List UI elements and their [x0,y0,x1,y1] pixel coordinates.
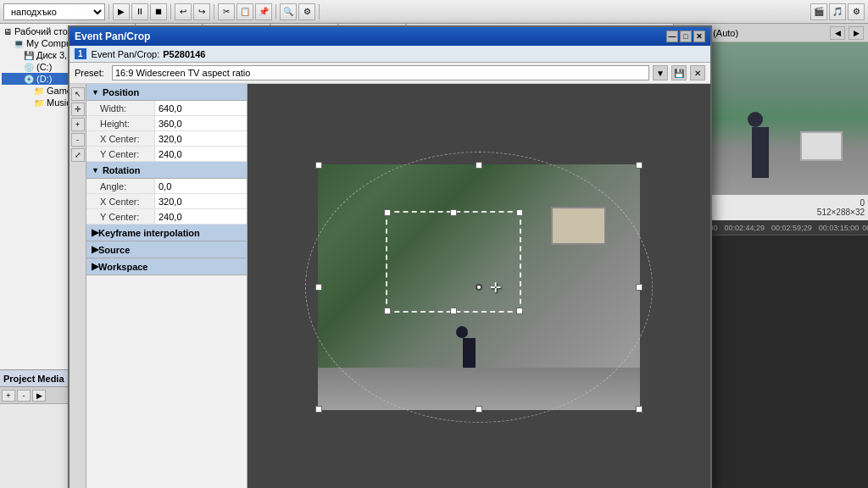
prop-rot-xcenter-label: X Center: [86,197,154,207]
canvas-handle-tr-outer[interactable] [636,162,643,169]
side-icon-move[interactable]: ✛ [71,103,85,116]
preview-billboard [800,131,843,161]
prop-rot-ycenter-value[interactable]: 240,0 [154,209,247,224]
canvas-inner: ✛ [248,84,710,488]
canvas-handle-tc[interactable] [476,162,482,169]
workspace-label: Workspace [98,262,148,272]
app-title-dropdown[interactable]: наподхъко [3,3,105,20]
d-drive-icon: 💿 [24,75,34,84]
canvas-handle-mr[interactable] [636,284,643,291]
workspace-arrow: ▶ [92,261,98,272]
dialog-minimize-btn[interactable]: — [666,30,678,42]
right-time-5: 00:03:9 [862,224,868,232]
prop-rot-xcenter-row: X Center: 320,0 [86,194,247,209]
dialog-maximize-btn[interactable]: □ [680,30,692,42]
crop-handle-tl[interactable] [384,209,391,216]
dialog-titlebar: Event Pan/Crop — □ ✕ [70,27,710,46]
prop-ycenter-value[interactable]: 240,0 [154,147,247,161]
side-icon-zoom-in[interactable]: + [71,118,85,131]
canvas-center-point [476,284,482,291]
prop-angle-row: Angle: 0,0 [86,179,247,194]
prop-height-label: Height: [86,119,154,129]
prop-ycenter-row: Y Center: 240,0 [86,147,247,162]
dialog-body: ↖ ✛ + - ⤢ ▼ Position Width: 640,0 Height… [70,84,710,488]
dialog-event-value: P5280146 [163,49,205,59]
canvas-handle-br-outer[interactable] [636,406,643,413]
toolbar-btn-10[interactable]: ⚙ [298,3,315,20]
preset-label: Preset: [75,68,108,78]
prop-width-value[interactable]: 640,0 [154,101,247,115]
toolbar-btn-8[interactable]: 📌 [255,3,272,20]
crop-handle-bc[interactable] [450,308,457,314]
prop-rot-xcenter-value[interactable]: 320,0 [154,194,247,208]
left-bottom-btn-1[interactable]: + [2,390,15,402]
dialog-canvas-area[interactable]: ✛ [248,84,710,488]
canvas-frame: ✛ [318,164,640,410]
crop-handle-tr[interactable] [516,209,523,216]
toolbar-btn-5[interactable]: ↪ [193,3,210,20]
prop-angle-value[interactable]: 0,0 [154,179,247,193]
toolbar-right-btn-1[interactable]: 🎬 [810,3,827,20]
source-arrow: ▶ [92,244,98,255]
side-icon-zoom-out[interactable]: - [71,133,85,147]
canvas-ground [318,368,640,410]
dialog-close-btn[interactable]: ✕ [693,30,705,42]
toolbar-btn-6[interactable]: ✂ [218,3,235,20]
canvas-crop-selection[interactable] [386,211,521,313]
canvas-crosshair-icon: ✛ [490,279,501,295]
dialog-left-icons: ↖ ✛ + - ⤢ [70,84,86,488]
canvas-handle-ml[interactable] [315,284,322,291]
left-bottom-btn-2[interactable]: - [17,390,31,402]
dialog-event-number: 1 [75,48,86,59]
workspace-section-header[interactable]: ▶ Workspace [86,258,247,275]
keyframe-section-header[interactable]: ▶ Keyframe interpolation [86,225,247,241]
source-section-header[interactable]: ▶ Source [86,241,247,258]
music-folder-icon: 📁 [34,98,44,108]
toolbar-separator-4 [275,4,276,19]
canvas-handle-bc[interactable] [476,406,482,413]
preview-person-head [748,112,763,127]
dialog-event-label: Event Pan/Crop: [92,49,160,59]
left-bottom-btn-3[interactable]: ▶ [32,390,46,402]
computer-icon: 💻 [14,39,24,48]
position-section-header[interactable]: ▼ Position [86,84,247,101]
dialog-event-header: 1 Event Pan/Crop: P5280146 [70,46,710,63]
rotation-section-header[interactable]: ▼ Rotation [86,162,247,179]
toolbar-btn-7[interactable]: 📋 [236,3,253,20]
preset-close-btn[interactable]: ✕ [690,65,705,80]
preview-nav-prev[interactable]: ◀ [830,26,845,40]
prop-xcenter-value[interactable]: 320,0 [154,131,247,146]
preview-nav-next[interactable]: ▶ [849,26,864,40]
prop-ycenter-label: Y Center: [86,149,154,159]
prop-height-value[interactable]: 360,0 [154,116,247,130]
tree-item-d-label: (D:) [36,74,52,84]
canvas-person-head [456,326,468,338]
side-icon-cursor[interactable]: ↖ [71,87,85,101]
preset-save-btn[interactable]: 💾 [671,65,687,80]
prop-width-label: Width: [86,103,154,114]
toolbar-btn-4[interactable]: ↩ [175,3,192,20]
crop-handle-tc[interactable] [450,209,457,216]
rotation-arrow: ▼ [92,166,99,175]
position-arrow: ▼ [92,88,99,97]
prop-rot-ycenter-label: Y Center: [86,212,154,222]
canvas-billboard [551,207,606,245]
dialog-preset-row: Preset: ▼ 💾 ✕ [70,63,710,84]
canvas-handle-tl-outer[interactable] [315,162,322,169]
side-icon-fit[interactable]: ⤢ [71,148,85,162]
top-toolbar: наподхъко ▶ ⏸ ⏹ ↩ ↪ ✂ 📋 📌 🔍 ⚙ 🎬 🎵 ⚙ [0,0,868,24]
canvas-handle-bl-outer[interactable] [315,406,322,413]
crop-handle-bl[interactable] [384,308,391,314]
toolbar-right-btn-2[interactable]: 🎵 [829,3,846,20]
crop-handle-br[interactable] [516,308,523,314]
toolbar-btn-9[interactable]: 🔍 [280,3,297,20]
preset-input[interactable] [112,65,649,80]
toolbar-btn-2[interactable]: ⏸ [131,3,148,20]
right-time-4: 00:03:15;00 [819,224,860,232]
floppy-icon: 💾 [24,51,34,60]
tree-item-desktop-label: Рабочий стол [14,26,73,36]
toolbar-btn-3[interactable]: ⏹ [150,3,167,20]
toolbar-right-btn-3[interactable]: ⚙ [848,3,865,20]
preset-dropdown-btn[interactable]: ▼ [653,65,668,80]
toolbar-btn-1[interactable]: ▶ [113,3,130,20]
